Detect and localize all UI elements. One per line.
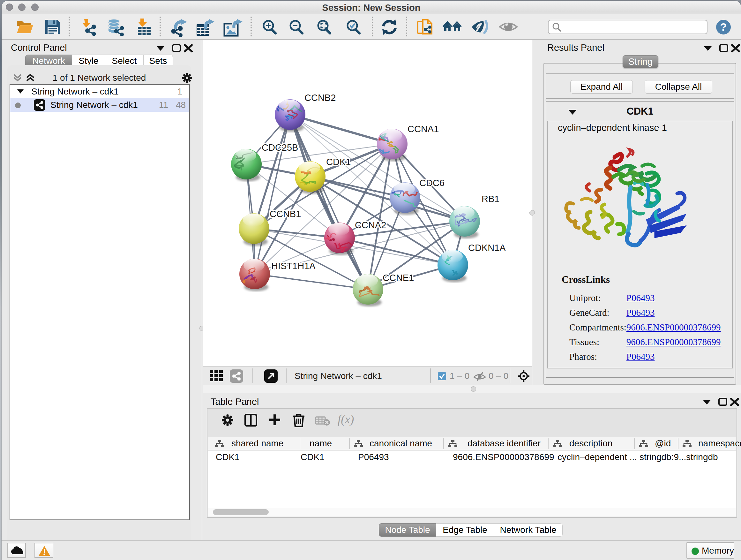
svg-text:CDC6: CDC6 [419, 178, 445, 188]
svg-text:HIST1H1A: HIST1H1A [271, 261, 316, 271]
svg-text:CCNB1: CCNB1 [270, 209, 301, 219]
svg-text:?: ? [720, 21, 727, 33]
svg-text:CDKN1A: CDKN1A [468, 243, 506, 253]
svg-text:RB1: RB1 [482, 194, 499, 204]
svg-text:CDK1: CDK1 [326, 157, 351, 167]
svg-text:CCNA2: CCNA2 [355, 220, 386, 230]
svg-text:CCNA1: CCNA1 [408, 124, 439, 134]
svg-text:CDC25B: CDC25B [262, 142, 298, 152]
svg-text:CCNE1: CCNE1 [383, 273, 414, 283]
svg-text:CCNB2: CCNB2 [305, 92, 336, 103]
